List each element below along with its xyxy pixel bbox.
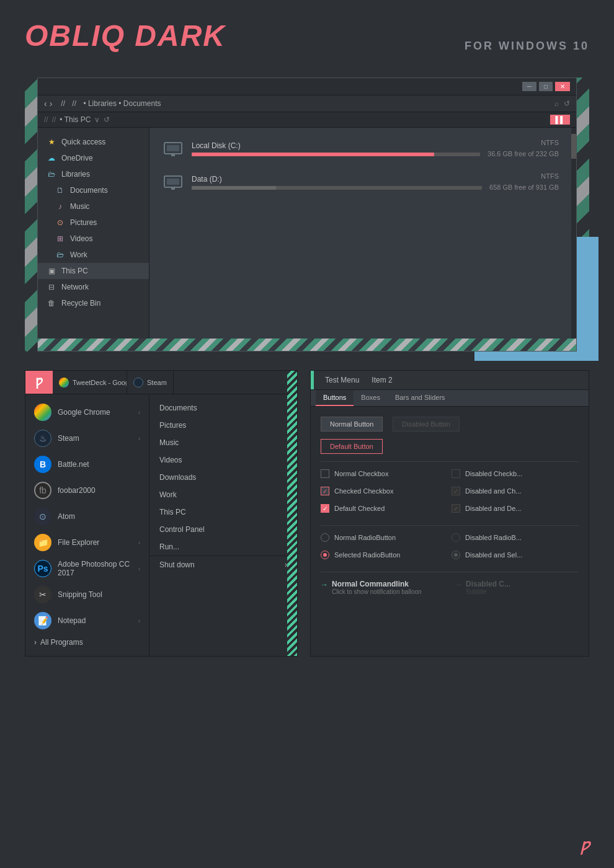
controls-body: Normal Button Disabled Button Default Bu… <box>311 407 589 605</box>
sidebar-item-quickaccess[interactable]: ★ Quick access <box>38 134 149 150</box>
ctrl-menu-item2[interactable]: Item 2 <box>365 371 398 389</box>
sidebar-item-work[interactable]: 🗁 Work <box>38 247 149 263</box>
checked-checkbox[interactable]: ✓ <box>321 487 329 495</box>
sidebar-item-recyclebin[interactable]: 🗑 Recycle Bin <box>38 295 149 311</box>
sidebar-item-music[interactable]: ♪ Music <box>38 198 149 215</box>
default-checked-checkbox[interactable]: ✓ <box>321 504 329 513</box>
normal-checkbox[interactable] <box>321 469 329 478</box>
titlebar-maximize-btn[interactable]: □ <box>539 82 553 91</box>
nav-back-icon[interactable]: ‹ <box>44 99 47 108</box>
network-icon: ⊟ <box>47 282 56 292</box>
buttons-row: Normal Button Disabled Button <box>321 417 579 432</box>
addr-sep2: // <box>72 99 76 108</box>
drive-c-icon <box>162 138 184 160</box>
separator-1 <box>321 461 579 462</box>
default-button[interactable]: Default Button <box>321 439 383 454</box>
second-bar-sep2: // <box>52 115 56 124</box>
place-item-thispc[interactable]: This PC <box>149 503 297 521</box>
addr-refresh-icon[interactable]: ↺ <box>564 99 570 108</box>
disabled-default-label: Disabled and De... <box>465 505 522 512</box>
disabled-commandlink-arrow-icon: → <box>455 580 462 589</box>
music-icon: ♪ <box>55 202 65 211</box>
place-item-pictures[interactable]: Pictures <box>149 417 297 434</box>
sidebar-item-libraries[interactable]: 🗁 Libraries <box>38 166 149 182</box>
notepad-app-label: Notepad <box>58 616 86 625</box>
tab-bars-sliders[interactable]: Bars and Sliders <box>388 390 453 406</box>
selected-radio-row: Selected RadioButton <box>321 551 448 559</box>
app-item-explorer[interactable]: 📁 File Explorer › <box>25 529 149 556</box>
commandlinks-row: → Normal Commandlink Click to show notif… <box>321 580 579 595</box>
ctrl-menu-testmenu[interactable]: Test Menu <box>319 371 365 389</box>
explorer-bottom-stripe <box>38 339 576 351</box>
explorer-scrollbar[interactable] <box>571 128 576 339</box>
disabled-default-checkbox: ✓ <box>452 504 460 513</box>
app-item-photoshop[interactable]: Ps Adobe Photoshop CC 2017 › <box>25 556 149 582</box>
sidebar-item-thispc[interactable]: ▣ This PC <box>38 263 149 279</box>
star-icon: ★ <box>47 137 56 147</box>
all-programs-btn[interactable]: › All Programs <box>25 634 149 651</box>
start-menu: Ƿ TweetDeck - Google Chr... Steam Google… <box>25 370 298 657</box>
place-item-work[interactable]: Work <box>149 486 297 503</box>
place-item-documents[interactable]: Documents <box>149 399 297 417</box>
sidebar-label-videos: Videos <box>70 234 92 243</box>
explorer-app-label: File Explorer <box>58 538 99 547</box>
taskbar-tab-chrome[interactable]: TweetDeck - Google Chr... <box>53 371 127 394</box>
sidebar-label-onedrive: OneDrive <box>61 154 93 162</box>
second-bar-action-btn[interactable]: ▌▌ <box>550 115 570 125</box>
app-item-foobar[interactable]: fb foobar2000 <box>25 477 149 503</box>
taskbar-tab-steam[interactable]: Steam <box>127 371 174 394</box>
sidebar-item-pictures[interactable]: ⊙ Pictures <box>38 215 149 231</box>
disabled-checked-checkbox: ✓ <box>452 487 460 495</box>
chrome-tab-icon <box>59 378 69 388</box>
app-item-atom[interactable]: ⊙ Atom <box>25 503 149 529</box>
normal-commandlink[interactable]: → Normal Commandlink Click to show notif… <box>321 580 445 595</box>
place-item-run[interactable]: Run... <box>149 538 297 556</box>
notepad-app-icon: 📝 <box>34 612 51 629</box>
place-item-videos[interactable]: Videos <box>149 451 297 469</box>
drive-d-name: Data (D:) <box>192 175 482 184</box>
taskbar-logo[interactable]: Ƿ <box>25 371 53 394</box>
titlebar-minimize-btn[interactable]: ─ <box>522 82 536 91</box>
normal-radio[interactable] <box>321 533 329 542</box>
commandlink-arrow-icon: → <box>321 580 328 589</box>
drive-c-info: Local Disk (C:) <box>192 141 480 156</box>
drive-c-item[interactable]: Local Disk (C:) NTFS 36.6 GB free of 232… <box>162 138 559 160</box>
tab-boxes[interactable]: Boxes <box>354 390 388 406</box>
sidebar-item-network[interactable]: ⊟ Network <box>38 279 149 295</box>
addr-breadcrumb: • Libraries • Documents <box>83 99 161 108</box>
app-item-snip[interactable]: ✂ Snipping Tool <box>25 582 149 608</box>
app-item-steam[interactable]: ♨ Steam › <box>25 425 149 451</box>
doc-icon: 🗋 <box>55 185 65 195</box>
titlebar-close-btn[interactable]: ✕ <box>555 82 570 91</box>
disabled-commandlink-text: Disabled C... Subtitle <box>466 580 510 595</box>
second-bar-refresh[interactable]: ↺ <box>104 115 110 124</box>
normal-button[interactable]: Normal Button <box>321 417 383 432</box>
scrollbar-thumb[interactable] <box>571 134 576 159</box>
app-item-notepad[interactable]: 📝 Notepad › <box>25 608 149 634</box>
svg-rect-2 <box>171 154 175 156</box>
commandlink-sub-label: Click to show notification balloon <box>332 588 422 595</box>
sidebar-item-onedrive[interactable]: ☁ OneDrive <box>38 150 149 166</box>
second-bar-path: • This PC <box>60 115 91 124</box>
app-item-chrome[interactable]: Google Chrome › <box>25 399 149 425</box>
sidebar-label-quickaccess: Quick access <box>61 138 105 146</box>
place-item-controlpanel[interactable]: Control Panel <box>149 521 297 538</box>
disabled-button: Disabled Button <box>393 417 460 432</box>
disabled-checked-label: Disabled and Ch... <box>465 487 522 495</box>
tab-buttons[interactable]: Buttons <box>316 390 354 406</box>
drive-d-item[interactable]: Data (D:) NTFS 658 GB free of 931 GB <box>162 171 559 193</box>
app-item-battlenet[interactable]: B Battle.net <box>25 451 149 477</box>
steam-arrow-icon: › <box>138 435 140 442</box>
sidebar-item-documents[interactable]: 🗋 Documents <box>38 182 149 198</box>
sidebar-item-videos[interactable]: ⊞ Videos <box>38 231 149 247</box>
explorer-body: ★ Quick access ☁ OneDrive 🗁 Libraries 🗋 … <box>38 128 576 339</box>
nav-forward-icon[interactable]: › <box>50 99 53 108</box>
addr-search-icon: ⌕ <box>554 99 559 108</box>
shutdown-bar[interactable]: Shut down › <box>149 556 297 574</box>
second-bar-chevron[interactable]: ∨ <box>94 115 100 124</box>
selected-radio[interactable] <box>321 551 329 559</box>
steam-tab-icon <box>133 378 143 388</box>
place-item-downloads[interactable]: Downloads <box>149 469 297 486</box>
selected-radio-label: Selected RadioButton <box>334 551 400 559</box>
place-item-music[interactable]: Music <box>149 434 297 451</box>
